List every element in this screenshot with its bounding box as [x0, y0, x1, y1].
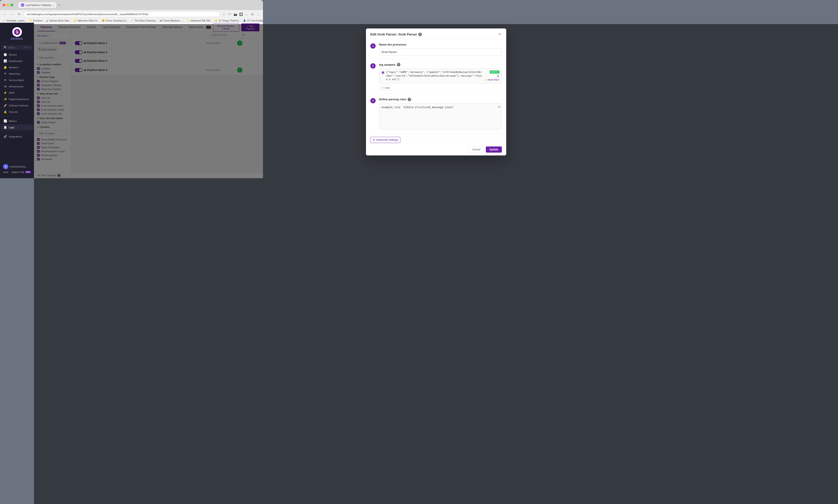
help-new-badge: NEW — [25, 171, 31, 174]
forward-button[interactable]: → — [10, 12, 15, 17]
new-tab-button[interactable]: + — [56, 2, 63, 8]
sidebar-item-metrics[interactable]: 📈 Metrics — [1, 118, 33, 124]
watchdog-icon: 👁 — [3, 72, 7, 75]
tab-favicon: D — [21, 3, 24, 6]
search-icon: 🔍 — [4, 46, 7, 49]
bookmark-item[interactable]: 🛋 Throw Blankets - ... — [160, 19, 184, 22]
traffic-lights — [3, 4, 13, 6]
sidebar-item-label: APM — [9, 91, 14, 94]
sidebar-item-label: Security — [9, 111, 18, 113]
sidebar: 🐕 DATADOG 🔍 Go to... ⌘ + K 🕐 Recent 📊 Da… — [0, 23, 34, 178]
svg-text:🐕: 🐕 — [15, 30, 19, 34]
sidebar-item-label: Integrations — [9, 135, 22, 138]
browser-menu-icon[interactable]: ⋮ — [256, 12, 260, 16]
sidebar-item-label: Logs — [9, 126, 14, 129]
refresh-button[interactable]: ↻ — [17, 12, 22, 17]
bookmark-item[interactable]: 😄 Funny Greeting Ca... — [102, 19, 128, 22]
sidebar-search[interactable]: 🔍 Go to... ⌘ + K — [2, 45, 32, 50]
bookmark-item[interactable]: 🌟 Optimistic Effect S... — [73, 19, 99, 22]
sidebar-item-label: Dashboards — [9, 60, 22, 62]
support-button[interactable]: Support — [12, 171, 19, 174]
extension-icon-3[interactable]: 🔲 — [239, 12, 243, 16]
back-button[interactable]: ← — [3, 12, 8, 17]
extension-icon-5[interactable]: ⚙ — [250, 12, 255, 16]
browser-toolbar: ← → ↻ ☆ 🛡 📷 🔲 ↓ ⚙ ⋮ — [0, 10, 263, 18]
sidebar-item-label: Recent — [9, 53, 17, 56]
sidebar-bottom: S sarahshader@g... Invite Support Help N… — [0, 161, 34, 176]
sidebar-item-label: Digital Experience — [9, 98, 29, 101]
sidebar-item-infrastructure[interactable]: 🖥 Infrastructure — [1, 84, 33, 89]
bookmark-item[interactable]: 📊 Startup Stock Opti... — [45, 19, 71, 22]
invite-button[interactable]: Invite — [3, 171, 8, 174]
sidebar-item-apm[interactable]: ⚡ APM — [1, 90, 33, 96]
apm-icon: ⚡ — [3, 91, 7, 94]
infrastructure-icon: 🖥 — [3, 85, 7, 88]
maximize-window-button[interactable] — [11, 4, 13, 6]
software-delivery-icon: 🚀 — [3, 104, 7, 107]
browser-titlebar: D Log Pipelines | Datadog × + — [0, 0, 263, 10]
bookmark-item[interactable]: ✨ Iridescent Silk Taff... — [187, 19, 212, 22]
logs-icon: 📋 — [3, 126, 7, 129]
user-profile[interactable]: S sarahshader@g... — [2, 163, 32, 170]
sidebar-item-label: Infrastructure — [9, 85, 24, 88]
sidebar-item-software-delivery[interactable]: 🚀 Software Delivery — [1, 103, 33, 108]
active-tab[interactable]: D Log Pipelines | Datadog × — [18, 2, 56, 8]
sidebar-item-label: Monitors — [9, 66, 18, 69]
user-avatar: S — [3, 164, 8, 169]
extension-icon-4[interactable]: ↓ — [244, 12, 249, 16]
bookmark-icon[interactable]: ☆ — [222, 12, 226, 16]
minimize-window-button[interactable] — [6, 4, 9, 6]
user-name: sarahshader@g... — [10, 165, 27, 168]
service-mgmt-icon: ⚙ — [3, 78, 7, 82]
sidebar-item-service-mgmt[interactable]: ⚙ Service Mgmt — [1, 77, 33, 83]
bookmark-item[interactable]: 🧹 The Shoe Cleaning... — [131, 19, 157, 22]
sidebar-item-dashboards[interactable]: 📊 Dashboards — [1, 58, 33, 64]
metrics-icon: 📈 — [3, 119, 7, 123]
dashboards-icon: 📊 — [3, 59, 7, 62]
extension-icon-1[interactable]: 🛡 — [227, 12, 232, 16]
digital-experience-icon: ✨ — [3, 97, 7, 101]
sidebar-logo: 🐕 DATADOG — [0, 25, 34, 43]
browser-tabs: D Log Pipelines | Datadog × + — [15, 2, 80, 8]
sidebar-divider — [2, 116, 32, 116]
tab-label: Log Pipelines | Datadog — [25, 4, 51, 6]
monitors-icon: 🔔 — [3, 66, 7, 69]
datadog-logo: 🐕 — [12, 27, 22, 37]
search-shortcut: ⌘ + K — [24, 47, 30, 49]
sidebar-item-recent[interactable]: 🕐 Recent — [1, 52, 33, 58]
sidebar-item-digital-experience[interactable]: ✨ Digital Experience — [1, 96, 33, 102]
recent-icon: 🕐 — [3, 53, 7, 56]
sidebar-item-label: Service Mgmt — [9, 79, 24, 82]
security-icon: 🔒 — [3, 110, 7, 113]
sidebar-item-label: Software Delivery — [9, 104, 29, 107]
bookmarks-bar: 📈 Investing - perso... 📁 Furniture 📊 Sta… — [0, 18, 263, 23]
bookmark-item[interactable]: 👗 37 Cool Fashion Br... — [243, 19, 263, 22]
toolbar-icons: ☆ 🛡 📷 🔲 ↓ ⚙ ⋮ — [222, 12, 260, 16]
sidebar-item-monitors[interactable]: 🔔 Monitors — [1, 65, 33, 70]
bookmark-item[interactable]: 💡 12 Things That'll H... — [215, 19, 240, 22]
integrations-icon: 🔗 — [3, 135, 7, 138]
help-button[interactable]: Help — [20, 171, 24, 174]
browser-chrome: D Log Pipelines | Datadog × + ← → ↻ ☆ 🛡 … — [0, 0, 263, 23]
sidebar-item-logs[interactable]: 📋 Logs — [1, 124, 33, 130]
close-window-button[interactable] — [3, 4, 5, 6]
bookmark-item[interactable]: 📈 Investing - perso... — [3, 19, 27, 22]
extension-icon-2[interactable]: 📷 — [233, 12, 238, 16]
address-bar[interactable] — [24, 12, 220, 17]
sidebar-divider-2 — [2, 132, 32, 132]
sidebar-item-integrations[interactable]: 🔗 Integrations — [1, 133, 33, 140]
sidebar-item-label: Watchdog — [9, 72, 20, 75]
bookmark-item[interactable]: 📁 Furniture — [29, 19, 43, 22]
sidebar-item-label: Metrics — [9, 120, 17, 122]
logo-text: DATADOG — [11, 38, 23, 40]
modal-overlay: Edit Grok Parser: Grok Parser ? × 1 Name… — [34, 24, 263, 180]
sidebar-item-watchdog[interactable]: 👁 Watchdog — [1, 71, 33, 77]
tab-close-button[interactable]: × — [52, 4, 54, 6]
sidebar-item-security[interactable]: 🔒 Security — [1, 109, 33, 115]
search-label: Go to... — [8, 46, 16, 49]
